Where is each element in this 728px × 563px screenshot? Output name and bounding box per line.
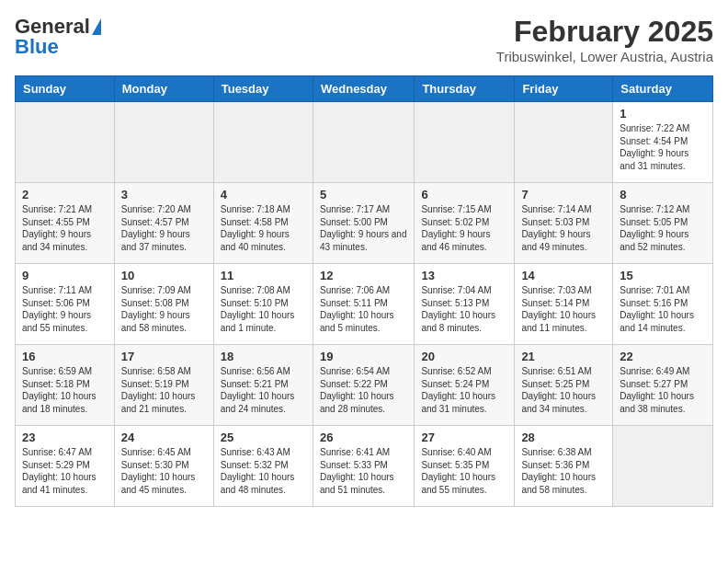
day-info: Sunrise: 7:15 AM Sunset: 5:02 PM Dayligh… — [421, 203, 507, 253]
day-cell — [415, 102, 515, 183]
day-info: Sunrise: 7:12 AM Sunset: 5:05 PM Dayligh… — [620, 203, 706, 253]
day-cell: 7Sunrise: 7:14 AM Sunset: 5:03 PM Daylig… — [515, 183, 613, 264]
day-cell: 18Sunrise: 6:56 AM Sunset: 5:21 PM Dayli… — [213, 345, 313, 426]
week-row-1: 1Sunrise: 7:22 AM Sunset: 4:54 PM Daylig… — [16, 102, 713, 183]
day-number: 17 — [121, 350, 207, 363]
day-number: 23 — [22, 431, 108, 444]
day-number: 20 — [421, 350, 507, 363]
week-row-2: 2Sunrise: 7:21 AM Sunset: 4:55 PM Daylig… — [16, 183, 713, 264]
day-cell: 9Sunrise: 7:11 AM Sunset: 5:06 PM Daylig… — [16, 264, 115, 345]
day-info: Sunrise: 6:43 AM Sunset: 5:32 PM Dayligh… — [221, 446, 306, 496]
dow-header-friday: Friday — [515, 76, 613, 102]
day-info: Sunrise: 7:14 AM Sunset: 5:03 PM Dayligh… — [521, 203, 606, 253]
day-number: 7 — [521, 188, 606, 201]
day-number: 25 — [221, 431, 306, 444]
logo: General Blue — [15, 15, 101, 59]
day-number: 18 — [221, 350, 306, 363]
day-info: Sunrise: 7:06 AM Sunset: 5:11 PM Dayligh… — [320, 284, 407, 334]
day-number: 10 — [121, 269, 207, 282]
dow-header-sunday: Sunday — [16, 76, 115, 102]
day-number: 26 — [320, 431, 407, 444]
logo-blue: Blue — [15, 35, 59, 59]
day-cell — [613, 426, 713, 507]
day-number: 15 — [620, 269, 706, 282]
day-cell: 2Sunrise: 7:21 AM Sunset: 4:55 PM Daylig… — [16, 183, 115, 264]
page-header: General Blue February 2025 Tribuswinkel,… — [15, 15, 713, 64]
day-cell: 8Sunrise: 7:12 AM Sunset: 5:05 PM Daylig… — [613, 183, 713, 264]
day-cell: 22Sunrise: 6:49 AM Sunset: 5:27 PM Dayli… — [613, 345, 713, 426]
day-info: Sunrise: 6:41 AM Sunset: 5:33 PM Dayligh… — [320, 446, 407, 496]
day-cell: 15Sunrise: 7:01 AM Sunset: 5:16 PM Dayli… — [613, 264, 713, 345]
day-info: Sunrise: 7:20 AM Sunset: 4:57 PM Dayligh… — [121, 203, 207, 253]
day-cell: 4Sunrise: 7:18 AM Sunset: 4:58 PM Daylig… — [213, 183, 313, 264]
day-cell: 21Sunrise: 6:51 AM Sunset: 5:25 PM Dayli… — [515, 345, 613, 426]
day-number: 28 — [521, 431, 606, 444]
day-cell: 27Sunrise: 6:40 AM Sunset: 5:35 PM Dayli… — [415, 426, 515, 507]
day-number: 13 — [421, 269, 507, 282]
day-info: Sunrise: 7:08 AM Sunset: 5:10 PM Dayligh… — [221, 284, 306, 334]
day-cell: 17Sunrise: 6:58 AM Sunset: 5:19 PM Dayli… — [114, 345, 213, 426]
day-info: Sunrise: 7:03 AM Sunset: 5:14 PM Dayligh… — [521, 284, 606, 334]
day-number: 16 — [22, 350, 108, 363]
day-info: Sunrise: 6:47 AM Sunset: 5:29 PM Dayligh… — [22, 446, 108, 496]
day-cell: 25Sunrise: 6:43 AM Sunset: 5:32 PM Dayli… — [213, 426, 313, 507]
day-number: 2 — [22, 188, 108, 201]
day-number: 19 — [320, 350, 407, 363]
day-info: Sunrise: 7:09 AM Sunset: 5:08 PM Dayligh… — [121, 284, 207, 334]
day-number: 11 — [221, 269, 306, 282]
title-block: February 2025 Tribuswinkel, Lower Austri… — [496, 15, 713, 64]
day-info: Sunrise: 6:58 AM Sunset: 5:19 PM Dayligh… — [121, 365, 207, 415]
day-cell: 26Sunrise: 6:41 AM Sunset: 5:33 PM Dayli… — [313, 426, 414, 507]
calendar-table: SundayMondayTuesdayWednesdayThursdayFrid… — [15, 75, 713, 507]
day-number: 9 — [22, 269, 108, 282]
day-cell: 6Sunrise: 7:15 AM Sunset: 5:02 PM Daylig… — [415, 183, 515, 264]
logo-triangle-icon — [92, 18, 101, 35]
day-cell: 11Sunrise: 7:08 AM Sunset: 5:10 PM Dayli… — [213, 264, 313, 345]
day-cell: 24Sunrise: 6:45 AM Sunset: 5:30 PM Dayli… — [114, 426, 213, 507]
day-cell: 28Sunrise: 6:38 AM Sunset: 5:36 PM Dayli… — [515, 426, 613, 507]
dow-header-saturday: Saturday — [613, 76, 713, 102]
calendar-title: February 2025 — [496, 15, 713, 49]
day-info: Sunrise: 7:11 AM Sunset: 5:06 PM Dayligh… — [22, 284, 108, 334]
day-cell: 16Sunrise: 6:59 AM Sunset: 5:18 PM Dayli… — [16, 345, 115, 426]
day-number: 5 — [320, 188, 407, 201]
dow-header-tuesday: Tuesday — [213, 76, 313, 102]
day-cell: 12Sunrise: 7:06 AM Sunset: 5:11 PM Dayli… — [313, 264, 414, 345]
day-number: 14 — [521, 269, 606, 282]
dow-header-wednesday: Wednesday — [313, 76, 414, 102]
day-cell: 13Sunrise: 7:04 AM Sunset: 5:13 PM Dayli… — [415, 264, 515, 345]
day-cell: 1Sunrise: 7:22 AM Sunset: 4:54 PM Daylig… — [613, 102, 713, 183]
day-cell: 5Sunrise: 7:17 AM Sunset: 5:00 PM Daylig… — [313, 183, 414, 264]
day-info: Sunrise: 6:56 AM Sunset: 5:21 PM Dayligh… — [221, 365, 306, 415]
day-info: Sunrise: 7:22 AM Sunset: 4:54 PM Dayligh… — [620, 122, 706, 172]
week-row-3: 9Sunrise: 7:11 AM Sunset: 5:06 PM Daylig… — [16, 264, 713, 345]
day-number: 21 — [521, 350, 606, 363]
day-number: 6 — [421, 188, 507, 201]
day-info: Sunrise: 7:21 AM Sunset: 4:55 PM Dayligh… — [22, 203, 108, 253]
days-of-week-row: SundayMondayTuesdayWednesdayThursdayFrid… — [16, 76, 713, 102]
day-info: Sunrise: 6:52 AM Sunset: 5:24 PM Dayligh… — [421, 365, 507, 415]
day-number: 1 — [620, 107, 706, 121]
day-info: Sunrise: 6:45 AM Sunset: 5:30 PM Dayligh… — [121, 446, 207, 496]
week-row-4: 16Sunrise: 6:59 AM Sunset: 5:18 PM Dayli… — [16, 345, 713, 426]
day-info: Sunrise: 6:51 AM Sunset: 5:25 PM Dayligh… — [521, 365, 606, 415]
day-number: 12 — [320, 269, 407, 282]
day-number: 24 — [121, 431, 207, 444]
day-cell: 14Sunrise: 7:03 AM Sunset: 5:14 PM Dayli… — [515, 264, 613, 345]
day-info: Sunrise: 7:01 AM Sunset: 5:16 PM Dayligh… — [620, 284, 706, 334]
calendar-header: SundayMondayTuesdayWednesdayThursdayFrid… — [16, 76, 713, 102]
day-info: Sunrise: 6:59 AM Sunset: 5:18 PM Dayligh… — [22, 365, 108, 415]
day-cell — [313, 102, 414, 183]
day-number: 8 — [620, 188, 706, 201]
day-cell — [515, 102, 613, 183]
week-row-5: 23Sunrise: 6:47 AM Sunset: 5:29 PM Dayli… — [16, 426, 713, 507]
day-info: Sunrise: 7:17 AM Sunset: 5:00 PM Dayligh… — [320, 203, 407, 253]
day-cell: 20Sunrise: 6:52 AM Sunset: 5:24 PM Dayli… — [415, 345, 515, 426]
day-cell: 3Sunrise: 7:20 AM Sunset: 4:57 PM Daylig… — [114, 183, 213, 264]
dow-header-monday: Monday — [114, 76, 213, 102]
day-info: Sunrise: 6:38 AM Sunset: 5:36 PM Dayligh… — [521, 446, 606, 496]
day-info: Sunrise: 7:04 AM Sunset: 5:13 PM Dayligh… — [421, 284, 507, 334]
day-number: 27 — [421, 431, 507, 444]
day-info: Sunrise: 6:49 AM Sunset: 5:27 PM Dayligh… — [620, 365, 706, 415]
day-number: 4 — [221, 188, 306, 201]
